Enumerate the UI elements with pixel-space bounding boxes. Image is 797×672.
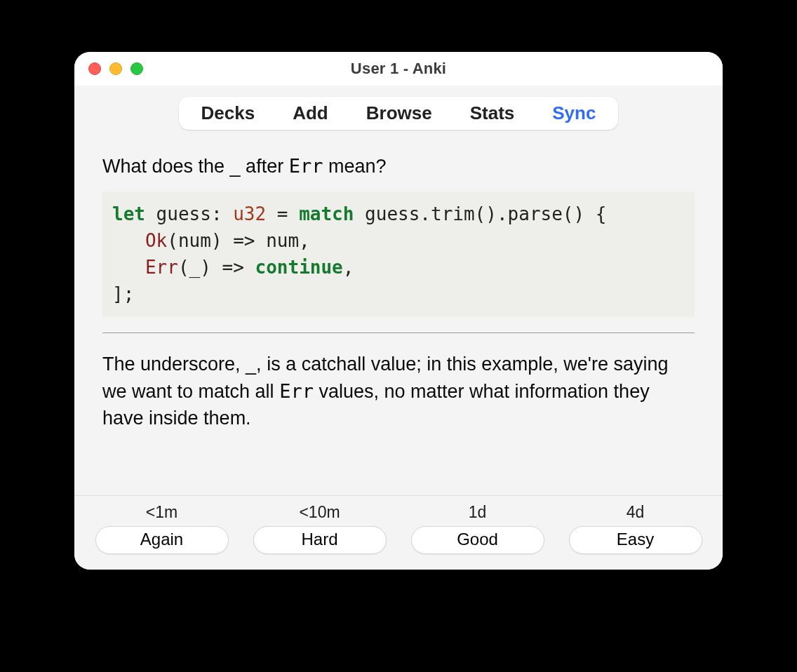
- code-keyword: let: [112, 203, 145, 224]
- window-controls: [88, 52, 143, 86]
- app-window: User 1 - Anki Decks Add Browse Stats Syn…: [74, 52, 723, 570]
- code-keyword: match: [299, 203, 354, 224]
- rating-interval: 1d: [469, 503, 487, 522]
- answer-inline-code: Err: [279, 380, 314, 402]
- tab-browse[interactable]: Browse: [363, 101, 435, 126]
- code-keyword: continue: [255, 257, 343, 278]
- code-text: =: [266, 203, 299, 224]
- review-footer: <1m Again <10m Hard 1d Good 4d Easy: [74, 495, 723, 570]
- rating-hard: <10m Hard: [250, 503, 390, 554]
- rating-interval: <10m: [299, 503, 340, 522]
- qa-divider: [102, 332, 695, 333]
- code-text: (_) =>: [178, 257, 255, 278]
- close-icon[interactable]: [88, 62, 101, 75]
- rating-interval: <1m: [146, 503, 178, 522]
- card-question: What does the _ after Err mean?: [102, 154, 695, 179]
- minimize-icon[interactable]: [109, 62, 122, 75]
- tabbar: Decks Add Browse Stats Sync: [179, 97, 619, 130]
- question-text-suffix: mean?: [323, 156, 386, 177]
- card-code-block: let guess: u32 = match guess.trim().pars…: [102, 191, 695, 317]
- code-text: ];: [112, 283, 134, 304]
- tab-decks[interactable]: Decks: [199, 101, 258, 126]
- code-type: u32: [233, 203, 266, 224]
- tab-add[interactable]: Add: [290, 101, 331, 126]
- rating-again: <1m Again: [92, 503, 232, 554]
- hard-button[interactable]: Hard: [253, 526, 387, 554]
- code-enum: Ok: [145, 230, 167, 251]
- again-button[interactable]: Again: [95, 526, 229, 554]
- code-text: [112, 230, 145, 251]
- code-text: guess:: [145, 203, 233, 224]
- code-text: guess.trim().parse() {: [354, 203, 606, 224]
- fullscreen-icon[interactable]: [130, 62, 143, 75]
- tab-stats[interactable]: Stats: [467, 101, 518, 126]
- rating-interval: 4d: [627, 503, 645, 522]
- window-title: User 1 - Anki: [351, 60, 446, 78]
- code-text: [112, 257, 145, 278]
- code-text: ,: [343, 257, 354, 278]
- card-area: What does the _ after Err mean? let gues…: [74, 140, 723, 495]
- rating-good: 1d Good: [408, 503, 548, 554]
- rating-row: <1m Again <10m Hard 1d Good 4d Easy: [91, 503, 706, 554]
- question-inline-code: Err: [289, 155, 323, 177]
- question-text-prefix: What does the _ after: [102, 156, 289, 177]
- easy-button[interactable]: Easy: [569, 526, 702, 554]
- code-text: (num) => num,: [167, 230, 310, 251]
- titlebar: User 1 - Anki: [74, 52, 723, 86]
- good-button[interactable]: Good: [411, 526, 544, 554]
- toolbar: Decks Add Browse Stats Sync: [74, 86, 723, 140]
- card-answer: The underscore, _, is a catchall value; …: [102, 351, 695, 431]
- rating-easy: 4d Easy: [565, 503, 706, 554]
- tab-sync[interactable]: Sync: [549, 101, 598, 126]
- code-enum: Err: [145, 257, 178, 278]
